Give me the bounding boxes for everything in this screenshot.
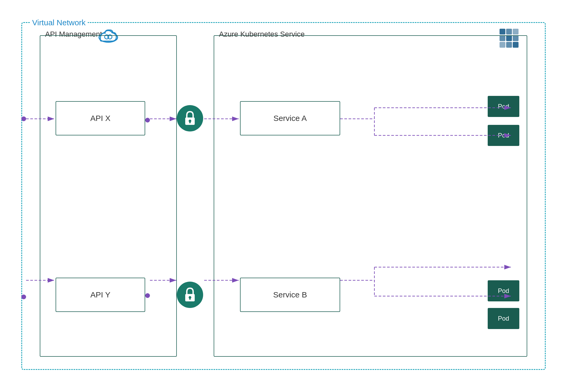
api-x-box: API X (56, 101, 145, 135)
entry-dot-upper (21, 116, 26, 121)
api-x-right-dot (145, 118, 150, 122)
api-y-label: API Y (90, 290, 110, 299)
svg-rect-12 (513, 29, 519, 35)
pod-b1-box: Pod (488, 280, 519, 301)
service-b-label: Service B (273, 290, 307, 299)
lock-upper-icon (177, 105, 203, 131)
pod-a1-label: Pod (498, 103, 509, 110)
api-x-label: API X (90, 114, 111, 123)
pod-a1-box: Pod (488, 96, 519, 117)
virtual-network-label: Virtual Network (30, 18, 88, 27)
api-y-box: API Y (56, 278, 145, 312)
lock-lower-icon (177, 282, 203, 308)
service-a-label: Service A (273, 114, 307, 123)
svg-rect-21 (189, 121, 191, 123)
pod-b2-box: Pod (488, 308, 519, 329)
service-a-box: Service A (240, 101, 340, 135)
pod-b1-label: Pod (498, 287, 509, 295)
pod-b2-label: Pod (498, 315, 509, 322)
pod-a2-label: Pod (498, 132, 509, 139)
svg-rect-24 (189, 297, 191, 300)
api-y-right-dot (145, 293, 150, 298)
svg-rect-11 (506, 29, 512, 35)
svg-rect-10 (500, 29, 505, 35)
aks-label: Azure Kubernetes Service (219, 30, 305, 38)
pod-a2-box: Pod (488, 125, 519, 146)
service-b-box: Service B (240, 278, 340, 312)
diagram-container: Virtual Network API Management (13, 14, 554, 378)
entry-dot-lower (21, 295, 26, 299)
